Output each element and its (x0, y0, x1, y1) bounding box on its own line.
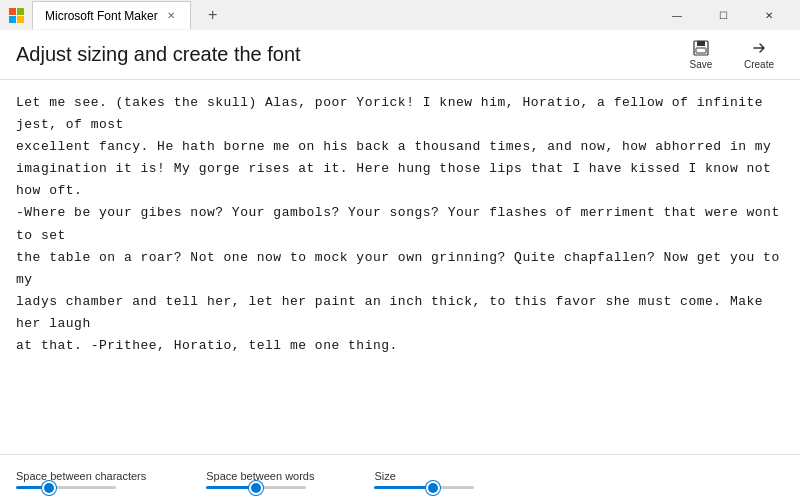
size-slider-container (374, 486, 474, 489)
svg-rect-3 (17, 16, 24, 23)
tab-close-button[interactable]: ✕ (164, 9, 178, 23)
space-chars-group: Space between characters (16, 470, 146, 489)
app-tab[interactable]: Microsoft Font Maker ✕ (32, 1, 191, 29)
space-chars-slider[interactable] (16, 486, 116, 489)
save-button[interactable]: Save (676, 33, 726, 77)
space-chars-slider-container (16, 486, 116, 489)
size-slider[interactable] (374, 486, 474, 489)
create-button[interactable]: Create (734, 33, 784, 77)
handwritten-text: Let me see. (takes the skull) Alas, poor… (16, 92, 784, 357)
window-controls: — ☐ ✕ (654, 0, 792, 30)
create-label: Create (744, 59, 774, 70)
app-icon (8, 7, 24, 23)
minimize-button[interactable]: — (654, 0, 700, 30)
save-label: Save (690, 59, 713, 70)
app-header: Adjust sizing and create the font Save C… (0, 30, 800, 80)
header-actions: Save Create (676, 33, 784, 77)
close-button[interactable]: ✕ (746, 0, 792, 30)
svg-rect-5 (697, 41, 705, 46)
main-content: Let me see. (takes the skull) Alas, poor… (0, 80, 800, 454)
svg-rect-1 (17, 8, 24, 15)
page-title: Adjust sizing and create the font (16, 43, 676, 66)
new-tab-button[interactable]: + (199, 1, 227, 29)
tab-label: Microsoft Font Maker (45, 9, 158, 23)
size-group: Size (374, 470, 474, 489)
create-icon (750, 39, 768, 57)
title-bar: Microsoft Font Maker ✕ + — ☐ ✕ (0, 0, 800, 30)
save-icon (692, 39, 710, 57)
space-words-slider-container (206, 486, 306, 489)
space-words-slider[interactable] (206, 486, 306, 489)
bottom-controls: Space between characters Space between w… (0, 454, 800, 504)
maximize-button[interactable]: ☐ (700, 0, 746, 30)
svg-rect-6 (696, 48, 706, 53)
svg-rect-0 (9, 8, 16, 15)
space-words-group: Space between words (206, 470, 314, 489)
svg-rect-2 (9, 16, 16, 23)
